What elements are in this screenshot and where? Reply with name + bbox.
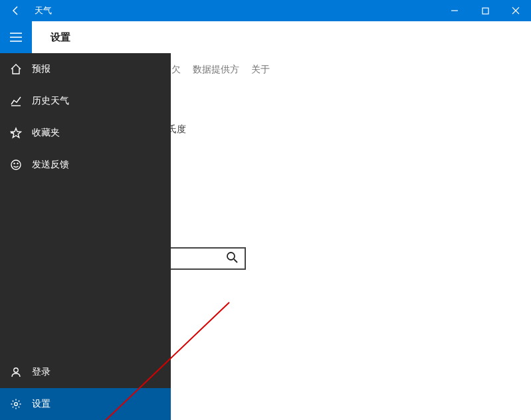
person-icon [0,366,32,378]
content-area: 欠 数据提供方 关于 氏度 预报 历史天气 [0,53,531,420]
search-icon [226,251,238,266]
nav-label: 设置 [32,398,51,410]
navigation-pane: 预报 历史天气 收藏夹 发送反馈 [0,53,171,420]
nav-item-forecast[interactable]: 预报 [0,53,171,85]
nav-item-feedback[interactable]: 发送反馈 [0,149,171,181]
nav-label: 收藏夹 [32,127,60,139]
svg-point-9 [11,160,21,169]
maximize-button[interactable] [470,0,500,21]
svg-point-11 [17,163,18,164]
nav-label: 历史天气 [32,95,69,107]
back-button[interactable] [0,0,32,21]
nav-label: 发送反馈 [32,159,69,171]
svg-point-10 [14,163,15,164]
chart-icon [0,95,32,107]
smiley-icon [0,159,32,171]
tab-about[interactable]: 关于 [251,64,270,76]
page-title: 设置 [32,31,70,44]
nav-item-settings[interactable]: 设置 [0,388,171,420]
svg-rect-1 [482,8,488,14]
app-title: 天气 [32,5,439,17]
star-icon [0,127,32,139]
close-button[interactable] [500,0,531,21]
nav-label: 预报 [32,63,51,75]
svg-point-12 [14,368,18,372]
gear-icon [0,398,32,410]
tab-partial[interactable]: 欠 [171,64,181,76]
svg-point-5 [227,253,235,260]
home-icon [0,63,32,75]
settings-tabs: 欠 数据提供方 关于 [171,64,270,76]
nav-label: 登录 [32,366,51,378]
nav-item-history[interactable]: 历史天气 [0,85,171,117]
svg-line-6 [234,259,237,262]
page-header: 设置 [0,21,531,53]
nav-item-favorites[interactable]: 收藏夹 [0,117,171,149]
tab-data-provider[interactable]: 数据提供方 [193,64,239,76]
svg-point-13 [15,403,18,406]
nav-item-login[interactable]: 登录 [0,356,171,388]
hamburger-button[interactable] [0,21,32,53]
title-bar: 天气 [0,0,531,21]
minimize-button[interactable] [439,0,470,21]
